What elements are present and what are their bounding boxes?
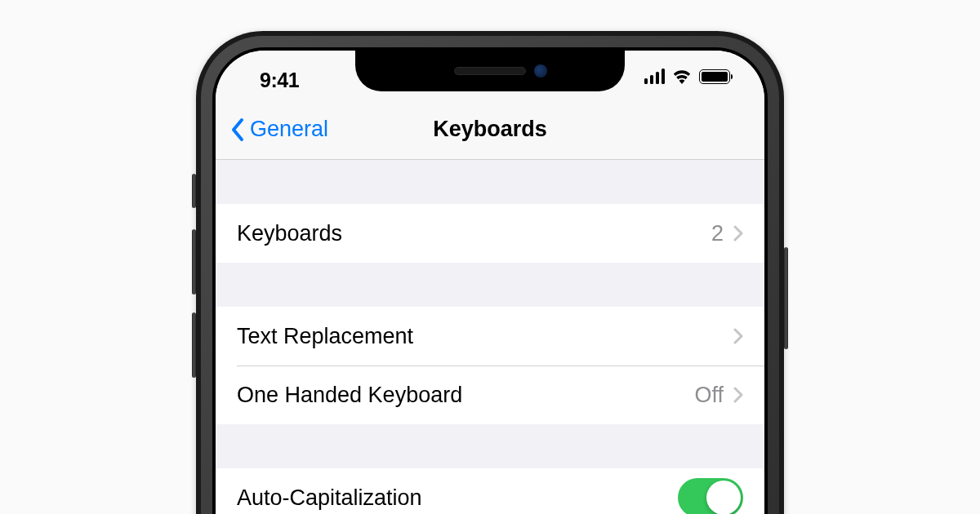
front-camera <box>534 64 547 78</box>
back-label: General <box>250 117 328 142</box>
auto-capitalization-toggle[interactable] <box>678 478 743 514</box>
notch <box>355 51 625 91</box>
status-time: 9:41 <box>260 69 299 92</box>
keyboards-row[interactable]: Keyboards 2 <box>216 204 764 263</box>
section-spacer <box>216 424 764 468</box>
power-button <box>784 247 788 349</box>
cell-label: Text Replacement <box>237 324 733 349</box>
wifi-icon <box>672 69 692 84</box>
chevron-right-icon <box>733 328 743 344</box>
toggle-knob <box>706 481 741 514</box>
volume-up-button <box>192 229 196 295</box>
status-icons <box>644 69 731 84</box>
chevron-right-icon <box>733 225 743 241</box>
chevron-right-icon <box>733 387 743 403</box>
phone-screen: 9:41 <box>216 51 764 514</box>
cell-label: Keyboards <box>237 221 711 246</box>
mute-switch <box>192 174 196 208</box>
cell-value: 2 <box>711 221 724 246</box>
volume-down-button <box>192 312 196 378</box>
phone-frame: 9:41 <box>196 31 784 514</box>
cell-value: Off <box>694 383 724 408</box>
cellular-signal-icon <box>644 69 666 84</box>
section-spacer <box>216 160 764 204</box>
nav-bar: General Keyboards <box>216 100 764 160</box>
section-spacer <box>216 263 764 307</box>
page-title: Keyboards <box>433 117 547 142</box>
back-button[interactable]: General <box>230 117 328 142</box>
cell-label: One Handed Keyboard <box>237 383 694 408</box>
one-handed-keyboard-row[interactable]: One Handed Keyboard Off <box>216 366 764 424</box>
cell-label: Auto-Capitalization <box>237 485 678 511</box>
speaker-grille <box>454 67 526 75</box>
chevron-left-icon <box>230 117 247 142</box>
text-replacement-row[interactable]: Text Replacement <box>216 307 764 366</box>
battery-icon <box>699 69 730 84</box>
auto-capitalization-row: Auto-Capitalization <box>216 468 764 514</box>
